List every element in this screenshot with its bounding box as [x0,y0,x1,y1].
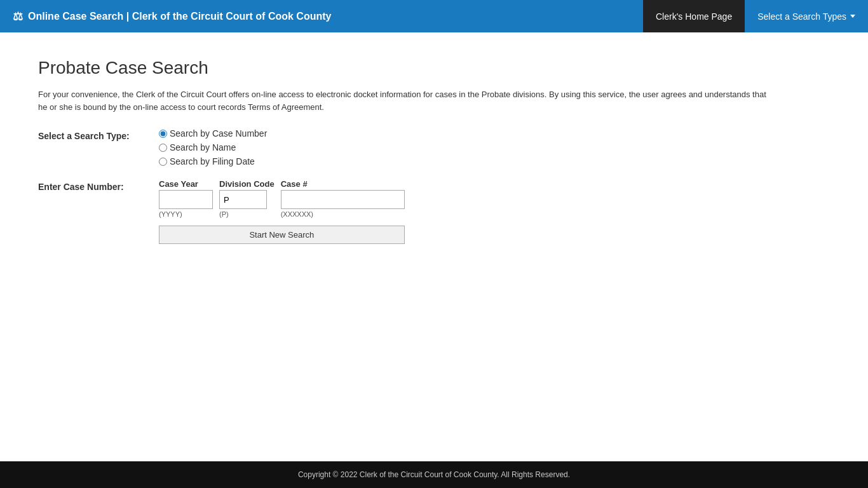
navbar-brand-text: Online Case Search | Clerk of the Circui… [28,11,331,22]
search-type-label: Select a Search Type: [38,128,159,141]
case-fields-row: Case Year (YYYY) Division Code (P) Case … [159,179,405,218]
case-number-input[interactable] [281,190,405,209]
footer: Copyright © 2022 Clerk of the Circuit Co… [0,461,868,488]
scales-icon: ⚖ [13,10,23,24]
search-types-dropdown-button[interactable]: Select a Search Types [745,0,868,32]
radio-name[interactable] [159,144,167,152]
radio-case-number[interactable] [159,130,167,138]
navbar-right: Clerk's Home Page Select a Search Types [643,0,868,32]
radio-option-name[interactable]: Search by Name [159,142,267,152]
clerks-home-button[interactable]: Clerk's Home Page [643,0,745,32]
division-code-col-label: Division Code [219,179,275,189]
navbar: ⚖ Online Case Search | Clerk of the Circ… [0,0,868,32]
case-number-group: Case # (XXXXXX) [281,179,405,218]
footer-copyright: Copyright © 2022 Clerk of the Circuit Co… [298,470,570,479]
division-code-hint: (P) [219,210,275,218]
start-new-search-button[interactable]: Start New Search [159,226,405,244]
navbar-brand[interactable]: ⚖ Online Case Search | Clerk of the Circ… [0,10,643,24]
case-number-section: Case Year (YYYY) Division Code (P) Case … [159,179,405,244]
page-description: For your convenience, the Clerk of the C… [38,88,769,113]
radio-filing-date[interactable] [159,158,167,166]
division-code-input[interactable] [219,190,267,209]
radio-filing-date-label: Search by Filing Date [170,156,255,166]
case-year-hint: (YYYY) [159,210,213,218]
search-form: Select a Search Type: Search by Case Num… [38,128,830,244]
main-content: Probate Case Search For your convenience… [0,32,868,461]
search-type-row: Select a Search Type: Search by Case Num… [38,128,830,166]
search-type-radio-group: Search by Case Number Search by Name Sea… [159,128,267,166]
search-types-label: Select a Search Types [757,11,846,22]
case-year-col-label: Case Year [159,179,213,189]
case-number-row: Enter Case Number: Case Year (YYYY) Divi… [38,179,830,244]
radio-name-label: Search by Name [170,142,236,152]
case-number-col-label: Case # [281,179,405,189]
case-year-input[interactable] [159,190,213,209]
page-title: Probate Case Search [38,58,830,78]
division-code-group: Division Code (P) [219,179,275,218]
radio-option-case-number[interactable]: Search by Case Number [159,128,267,139]
case-number-label: Enter Case Number: [38,179,159,192]
radio-case-number-label: Search by Case Number [170,128,267,139]
chevron-down-icon [850,15,855,18]
case-number-hint: (XXXXXX) [281,210,405,218]
case-year-group: Case Year (YYYY) [159,179,213,218]
radio-option-filing-date[interactable]: Search by Filing Date [159,156,267,166]
